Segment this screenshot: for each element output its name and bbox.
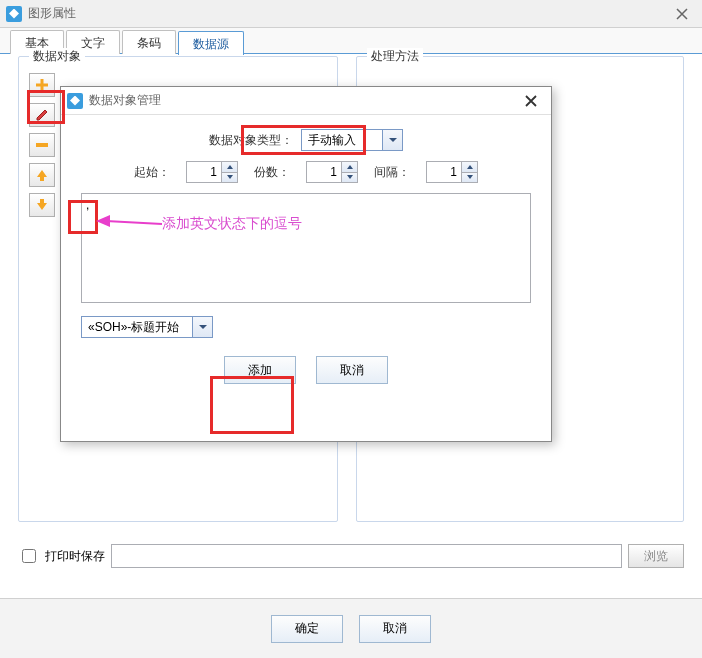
close-icon[interactable] [662, 0, 702, 28]
tab-bar: 基本 文字 条码 数据源 [0, 28, 702, 54]
dialog-cancel-button[interactable]: 取消 [316, 356, 388, 384]
ok-button[interactable]: 确定 [271, 615, 343, 643]
print-save-checkbox[interactable] [22, 549, 36, 563]
type-value[interactable] [302, 130, 382, 150]
interval-label: 间隔： [374, 164, 410, 181]
start-label: 起始： [134, 164, 170, 181]
data-object-dialog: 数据对象管理 数据对象类型： 起始： 份数： [60, 86, 552, 442]
dialog-footer: 添加 取消 [81, 356, 531, 384]
remove-icon[interactable] [29, 133, 55, 157]
spin-up-icon[interactable] [222, 162, 237, 172]
close-icon[interactable] [511, 87, 551, 115]
save-path-input[interactable] [111, 544, 622, 568]
annotation-text: 添加英文状态下的逗号 [162, 215, 302, 233]
control-combo[interactable] [81, 316, 213, 338]
tab-datasource[interactable]: 数据源 [178, 31, 244, 55]
add-icon[interactable] [29, 73, 55, 97]
content-textarea[interactable] [81, 193, 531, 303]
interval-input[interactable] [427, 162, 461, 182]
control-value[interactable] [82, 317, 192, 337]
add-button[interactable]: 添加 [224, 356, 296, 384]
dialog-title: 数据对象管理 [89, 92, 511, 109]
print-save-row: 打印时保存 浏览 [18, 544, 684, 568]
start-input[interactable] [187, 162, 221, 182]
print-save-label: 打印时保存 [45, 548, 105, 565]
app-icon [67, 93, 83, 109]
move-up-icon[interactable] [29, 163, 55, 187]
tab-barcode[interactable]: 条码 [122, 30, 176, 54]
browse-button[interactable]: 浏览 [628, 544, 684, 568]
main-titlebar: 图形属性 [0, 0, 702, 28]
spin-down-icon[interactable] [342, 172, 357, 183]
spin-down-icon[interactable] [462, 172, 477, 183]
main-title: 图形属性 [28, 5, 662, 22]
move-down-icon[interactable] [29, 193, 55, 217]
copies-spin[interactable] [306, 161, 358, 183]
copies-label: 份数： [254, 164, 290, 181]
svg-rect-0 [36, 143, 48, 147]
cancel-button[interactable]: 取消 [359, 615, 431, 643]
bottom-bar: 确定 取消 [0, 598, 702, 658]
chevron-down-icon[interactable] [192, 317, 212, 337]
dialog-titlebar: 数据对象管理 [61, 87, 551, 115]
spin-up-icon[interactable] [462, 162, 477, 172]
spin-up-icon[interactable] [342, 162, 357, 172]
group-title: 处理方法 [367, 48, 423, 65]
group-title: 数据对象 [29, 48, 85, 65]
type-label: 数据对象类型： [209, 132, 293, 149]
start-spin[interactable] [186, 161, 238, 183]
dialog-body: 数据对象类型： 起始： 份数： 间隔： [61, 115, 551, 394]
interval-spin[interactable] [426, 161, 478, 183]
app-icon [6, 6, 22, 22]
edit-icon[interactable] [29, 103, 55, 127]
toolbar [29, 73, 55, 217]
copies-input[interactable] [307, 162, 341, 182]
chevron-down-icon[interactable] [382, 130, 402, 150]
spin-down-icon[interactable] [222, 172, 237, 183]
type-combo[interactable] [301, 129, 403, 151]
